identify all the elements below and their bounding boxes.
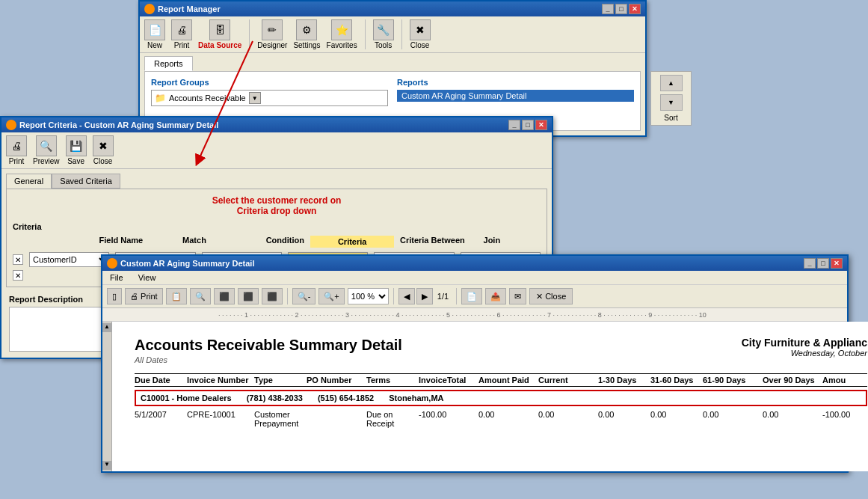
custom-ar-window: Custom AR Aging Summary Detail _ □ ✕ Fil…	[101, 254, 849, 473]
cell-1-30: 0.00	[598, 410, 650, 428]
ar-next-page-btn[interactable]: ▶	[416, 288, 433, 304]
cell-31-60: 0.00	[650, 410, 703, 428]
ar-nav3-btn[interactable]: ⬛	[262, 288, 283, 304]
report-manager-titlebar: Report Manager _ □ ✕	[140, 1, 645, 16]
custom-ar-close[interactable]: ✕	[831, 258, 843, 269]
print-label: Print	[174, 41, 190, 49]
close-button[interactable]: ✕	[629, 4, 641, 14]
ar-zoom-select[interactable]: 100 %	[348, 288, 389, 304]
tab-saved-criteria[interactable]: Saved Criteria	[52, 174, 120, 189]
col-header-over90: Over 90 Days	[763, 376, 822, 385]
ar-page-layout-btn[interactable]: ▯	[107, 288, 122, 304]
favorites-label: Favorites	[327, 41, 357, 49]
cell-terms: Due on Receipt	[366, 410, 419, 428]
report-groups-value: Accounts Receivable	[169, 94, 246, 102]
toolbar-favorites[interactable]: ⭐ Favorites	[327, 19, 357, 49]
criteria-titlebar: Report Criteria - Custom AR Aging Summar…	[1, 117, 552, 132]
custom-ar-maximize[interactable]: □	[817, 258, 829, 269]
ar-zoom-out-btn[interactable]: 🔍-	[292, 288, 316, 304]
toolbar-datasource[interactable]: 🗄 Data Source	[198, 19, 241, 49]
col-header-61-90: 61-90 Days	[703, 376, 763, 385]
ar-report-date: Wednesday, October	[742, 349, 867, 358]
toolbar-divider-3	[401, 19, 402, 49]
header-criteria: Criteria	[310, 236, 394, 248]
toolbar-print[interactable]: 🖨 Print	[171, 19, 192, 49]
col-header-due: Due Date	[135, 376, 187, 385]
criteria-minimize-button[interactable]: _	[508, 120, 520, 130]
scroll-down-btn[interactable]: ▼	[102, 461, 111, 470]
maximize-button[interactable]: □	[615, 4, 627, 14]
ar-table-header: Due Date Invoice Number Type PO Number T…	[135, 373, 867, 387]
criteria-titlebar-left: Report Criteria - Custom AR Aging Summar…	[6, 120, 218, 130]
ar-content-area: ▲ ▼ Accounts Receivable Summary Detail A…	[102, 322, 847, 471]
custom-ar-menubar: File View	[102, 271, 847, 285]
sort-up-button[interactable]: ▲	[660, 75, 683, 91]
minimize-button[interactable]: _	[602, 4, 614, 14]
criteria-print-btn[interactable]: 🖨 Print	[6, 135, 27, 165]
report-item[interactable]: Custom AR Aging Summary Detail	[397, 90, 634, 102]
col-header-type: Type	[254, 376, 307, 385]
criteria-save-icon: 💾	[66, 135, 87, 156]
tab-reports[interactable]: Reports	[144, 56, 193, 71]
sort-down-button[interactable]: ▼	[660, 94, 683, 111]
ar-copy-btn[interactable]: 📋	[166, 288, 187, 304]
toolbar-settings[interactable]: ⚙ Settings	[293, 19, 320, 49]
report-groups-dropdown[interactable]: 📁 Accounts Receivable ▼	[151, 90, 388, 106]
ar-prev-page-btn[interactable]: ◀	[398, 288, 415, 304]
criteria-close-btn[interactable]: ✖ Close	[93, 135, 114, 165]
ar-export-pdf-btn[interactable]: 📄	[461, 288, 482, 304]
datasource-icon: 🗄	[209, 19, 230, 40]
criteria-titlebar-buttons: _ □ ✕	[508, 120, 547, 130]
ar-toolbar-sep1	[287, 288, 288, 304]
criteria-preview-btn[interactable]: 🔍 Preview	[33, 135, 60, 165]
settings-icon: ⚙	[296, 19, 317, 40]
toolbar-close[interactable]: ✖ Close	[410, 19, 431, 49]
menu-file[interactable]: File	[107, 272, 126, 283]
tab-bar: Reports	[140, 53, 645, 71]
criteria-tab-bar: General Saved Criteria	[6, 174, 547, 189]
custom-ar-icon	[107, 258, 117, 269]
criteria-close-button[interactable]: ✕	[535, 120, 547, 130]
titlebar-left: Report Manager	[144, 4, 221, 14]
report-manager-toolbar: 📄 New 🖨 Print 🗄 Data Source ✏ Designer ⚙…	[140, 16, 645, 53]
cell-invoice-total: -100.00	[419, 410, 478, 428]
toolbar-divider-2	[365, 19, 366, 49]
settings-label: Settings	[293, 41, 320, 49]
cell-type: Customer Prepayment	[254, 410, 307, 428]
ar-ruler-inner: · · · · · · · 1 · · · · · · · · · · · · …	[102, 308, 847, 321]
criteria-save-btn[interactable]: 💾 Save	[66, 135, 87, 165]
col-header-inv: Invoice Number	[187, 376, 254, 385]
ar-email-btn[interactable]: ✉	[509, 288, 526, 304]
header-fieldname: Field Name	[99, 236, 177, 248]
ar-nav1-btn[interactable]: ⬛	[214, 288, 235, 304]
criteria-print-icon: 🖨	[6, 135, 27, 156]
report-groups-dropdown-btn[interactable]: ▼	[249, 92, 261, 104]
scroll-up-btn[interactable]: ▲	[102, 323, 111, 332]
criteria-checkbox[interactable]: ✕	[13, 254, 23, 265]
close-icon: ✖	[410, 19, 431, 40]
toolbar-new[interactable]: 📄 New	[144, 19, 165, 49]
tab-general[interactable]: General	[6, 174, 52, 189]
col-header-paid: Amount Paid	[478, 376, 538, 385]
favorites-icon: ⭐	[331, 19, 352, 40]
customer-location: Stoneham,MA	[389, 394, 443, 402]
col-header-amt: Amou	[822, 376, 867, 385]
toolbar-designer[interactable]: ✏ Designer	[257, 19, 287, 49]
criteria-save-label: Save	[67, 157, 84, 165]
toolbar-tools[interactable]: 🔧 Tools	[373, 19, 394, 49]
ar-zoom-in-btn[interactable]: 🔍+	[318, 288, 344, 304]
custom-ar-title: Custom AR Aging Summary Detail	[120, 259, 255, 268]
ar-left-scroll: ▲ ▼	[102, 322, 112, 471]
add-criteria-checkbox[interactable]: ✕	[13, 270, 23, 281]
field-name-select[interactable]: CustomerID	[29, 252, 109, 267]
ar-close-report-btn[interactable]: ✕ Close	[529, 288, 573, 304]
criteria-toolbar: 🖨 Print 🔍 Preview 💾 Save ✖ Close	[1, 132, 552, 169]
menu-view[interactable]: View	[135, 272, 159, 283]
ar-nav2-btn[interactable]: ⬛	[238, 288, 259, 304]
criteria-preview-icon: 🔍	[36, 135, 57, 156]
criteria-maximize-button[interactable]: □	[522, 120, 534, 130]
custom-ar-minimize[interactable]: _	[804, 258, 816, 269]
ar-find-btn[interactable]: 🔍	[190, 288, 211, 304]
ar-print-btn[interactable]: 🖨 Print	[125, 288, 163, 304]
ar-export-btn[interactable]: 📤	[485, 288, 506, 304]
